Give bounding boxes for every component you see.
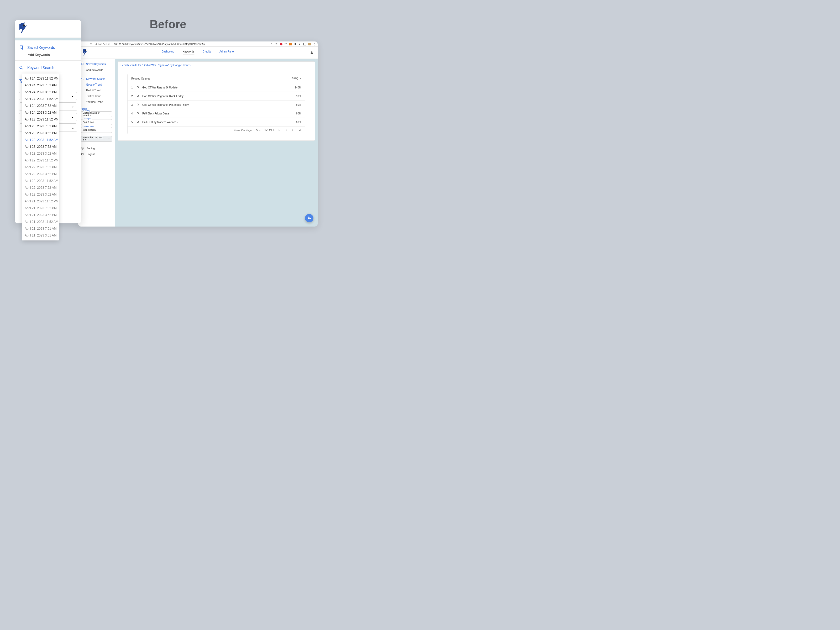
datetime-option[interactable]: April 24, 2023 3:52 PM xyxy=(22,89,59,96)
reload-icon[interactable] xyxy=(90,43,92,46)
results-panel: Search results for "God of War Ragnarök"… xyxy=(118,62,315,141)
not-secure-badge[interactable]: Not Secure xyxy=(95,43,110,46)
rows-per-page-select[interactable]: 5 xyxy=(256,129,261,132)
sb-setting[interactable]: Setting xyxy=(81,145,112,151)
fab-button[interactable] xyxy=(305,214,313,222)
ext-red-icon[interactable] xyxy=(280,43,283,46)
query-row[interactable]: 2.God Of War Ragnarok Black Friday90% xyxy=(128,92,305,101)
url-text[interactable]: 18.188.86.39/keyword/God%20of%20War%20Ra… xyxy=(114,43,205,46)
ext-dark3-icon[interactable]: ≡ xyxy=(299,43,302,46)
country-select[interactable]: Country United States of America xyxy=(81,111,112,117)
datetime-option[interactable]: April 24, 2023 3:52 AM xyxy=(22,109,59,116)
row-index: 1. xyxy=(131,86,136,89)
tab-credits[interactable]: Credits xyxy=(203,50,211,55)
star-icon[interactable] xyxy=(275,43,278,46)
datetime-select[interactable]: November 25, 2022 5:2... xyxy=(81,136,112,142)
datetime-option[interactable]: April 23, 2023 7:52 AM xyxy=(22,143,59,150)
people-icon xyxy=(307,216,311,221)
search-icon xyxy=(136,86,140,89)
datetime-option[interactable]: April 22, 2023 3:52 AM xyxy=(22,191,59,198)
country-legend: Country xyxy=(83,110,91,112)
pager-prev-icon[interactable] xyxy=(284,129,288,132)
sb-keyword-search[interactable]: Keyword Search xyxy=(81,76,112,82)
chevron-down-icon xyxy=(108,113,110,115)
query-text: God Of War Ragnarök Update xyxy=(142,86,295,89)
menu-dots-icon[interactable]: ⋮ xyxy=(313,43,316,46)
query-text: Ps5 Black Friday Deals xyxy=(142,112,296,115)
ext-box-icon[interactable] xyxy=(303,43,306,46)
source-item[interactable]: Twitter Trend xyxy=(81,93,112,99)
left-keyword-search[interactable]: Keyword Search xyxy=(19,64,77,72)
datetime-option[interactable]: April 21, 2023 11:52 AM xyxy=(22,218,59,225)
query-pct: 140% xyxy=(295,86,302,89)
datetime-option[interactable]: April 23, 2023 7:52 PM xyxy=(22,123,59,129)
datetime-option[interactable]: April 22, 2023 3:52 PM xyxy=(22,171,59,177)
upload-icon[interactable] xyxy=(270,43,273,46)
query-row[interactable]: 4.Ps5 Black Friday Deals80% xyxy=(128,109,305,118)
logo: P xyxy=(18,22,28,35)
datetime-option[interactable]: April 21, 2023 7:52 PM xyxy=(22,205,59,212)
browser-window: Not Secure | 18.188.86.39/keyword/God%20… xyxy=(78,41,317,227)
query-row[interactable]: 1.God Of War Ragnarök Update140% xyxy=(128,83,305,92)
app-logo: P xyxy=(82,49,88,57)
query-row[interactable]: 5.Call Of Duty Modern Warfare 260% xyxy=(128,118,305,126)
search-icon xyxy=(136,95,140,98)
tab-admin[interactable]: Admin Panel xyxy=(219,50,234,55)
searchtype-select[interactable]: Search Type Web Search xyxy=(81,127,112,133)
datetime-option[interactable]: April 22, 2023 7:52 PM xyxy=(22,164,59,171)
rising-select[interactable]: Rising xyxy=(291,77,302,81)
logo-letter: P xyxy=(22,23,25,28)
query-text: Call Of Duty Modern Warfare 2 xyxy=(142,121,296,124)
datetime-option[interactable]: April 23, 2023 3:52 AM xyxy=(22,150,59,157)
query-row[interactable]: 3.God Of War Ragnarok Ps5 Black Friday80… xyxy=(128,101,305,109)
row-index: 5. xyxy=(131,121,136,124)
datetime-option[interactable]: April 21, 2023 3:51 AM xyxy=(22,232,59,239)
datetime-option[interactable]: April 24, 2023 7:52 AM xyxy=(22,103,59,109)
avatar-icon[interactable] xyxy=(308,43,311,46)
puzzle-icon[interactable] xyxy=(294,43,297,46)
row-index: 3. xyxy=(131,103,136,106)
pager: Rows Per Page: 5 1-5 Of 9 xyxy=(128,126,305,134)
tab-dashboard[interactable]: Dashboard xyxy=(161,50,174,55)
sb-saved-keywords[interactable]: Saved Keywords xyxy=(81,61,112,67)
ext-orange-icon[interactable] xyxy=(289,43,292,46)
sb-logout[interactable]: Logout xyxy=(81,151,112,157)
source-item[interactable]: Youtube Trend xyxy=(81,99,112,105)
datetime-option[interactable]: April 23, 2023 11:52 AM xyxy=(22,136,59,143)
chevron-down-icon xyxy=(108,138,110,140)
datetime-option[interactable]: April 21, 2023 7:51 AM xyxy=(22,225,59,232)
pager-last-icon[interactable] xyxy=(298,129,302,132)
pager-first-icon[interactable] xyxy=(278,129,281,132)
timespan-legend: Timespan xyxy=(83,118,92,120)
datetime-option[interactable]: April 22, 2023 7:52 AM xyxy=(22,184,59,191)
source-item[interactable]: Reddit Trend xyxy=(81,88,112,93)
query-pct: 90% xyxy=(296,95,302,98)
tab-keywords[interactable]: Keywords xyxy=(183,50,194,55)
datetime-option[interactable]: April 21, 2023 11:52 PM xyxy=(22,198,59,205)
query-pct: 80% xyxy=(296,112,302,115)
ext-dark1-icon[interactable]: f? xyxy=(284,43,287,46)
rows-per-page-label: Rows Per Page: xyxy=(234,129,253,132)
searchtype-value: Web Search xyxy=(83,129,96,131)
left-saved-keywords[interactable]: Saved Keywords xyxy=(19,44,77,51)
account-icon[interactable] xyxy=(310,51,314,55)
inner-sidebar: Saved Keywords Add Keywords Keyword Sear… xyxy=(78,59,115,227)
source-item[interactable]: Google Trend xyxy=(81,82,112,88)
datetime-option[interactable]: April 23, 2023 3:52 PM xyxy=(22,129,59,136)
card-title: Related Queries xyxy=(131,77,150,80)
sb-add-keywords[interactable]: Add Keywords xyxy=(81,67,112,73)
datetime-option[interactable]: April 23, 2023 11:52 PM xyxy=(22,116,59,123)
left-add-keywords[interactable]: Add Keywords xyxy=(19,51,77,58)
forward-icon[interactable] xyxy=(85,43,88,46)
datetime-option[interactable]: April 24, 2023 11:52 PM xyxy=(22,75,59,82)
sb-saved-keywords-label: Saved Keywords xyxy=(86,63,106,66)
datetime-option[interactable]: April 24, 2023 11:52 AM xyxy=(22,96,59,103)
datetime-option[interactable]: April 21, 2023 3:52 PM xyxy=(22,212,59,218)
chevron-down-icon xyxy=(299,77,302,79)
datetime-option[interactable]: April 24, 2023 7:52 PM xyxy=(22,82,59,89)
timespan-select[interactable]: Timespan Past 1 day xyxy=(81,119,112,125)
left-saved-keywords-label: Saved Keywords xyxy=(27,46,55,50)
pager-next-icon[interactable] xyxy=(291,129,295,132)
datetime-option[interactable]: April 22, 2023 11:52 AM xyxy=(22,177,59,184)
datetime-option[interactable]: April 22, 2023 11:52 PM xyxy=(22,157,59,164)
